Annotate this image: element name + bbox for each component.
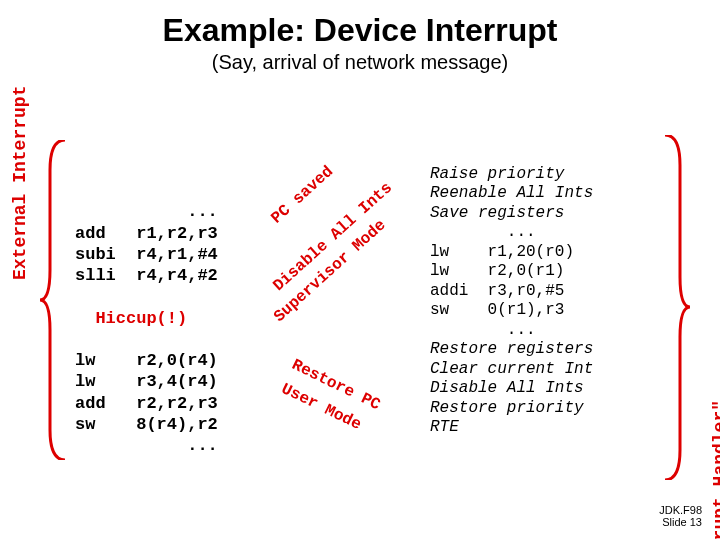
slide-footer: JDK.F98 Slide 13 xyxy=(659,504,702,528)
left-brace xyxy=(40,140,70,460)
footer-course: JDK.F98 xyxy=(659,504,702,516)
pc-saved-label: PC saved xyxy=(268,163,337,228)
handler-body: ... lw r1,20(r0) lw r2,0(r1) addi r3,r0,… xyxy=(430,223,574,339)
right-brace xyxy=(660,135,690,480)
interrupted-code: ... add r1,r2,r3 subi r4,r1,#4 slli r4,r… xyxy=(75,180,218,456)
external-interrupt-label: External Interrupt xyxy=(10,86,30,280)
interrupt-handler-label: "Interrupt Handler" xyxy=(710,400,720,540)
handler-code: Raise priority Reenable All Ints Save re… xyxy=(430,145,593,438)
footer-slide-num: Slide 13 xyxy=(659,516,702,528)
code-block-1: ... add r1,r2,r3 subi r4,r1,#4 slli r4,r… xyxy=(75,202,218,285)
handler-prolog: Raise priority Reenable All Ints Save re… xyxy=(430,165,593,222)
slide-subtitle: (Say, arrival of network message) xyxy=(0,51,720,74)
handler-epilog: Restore registers Clear current Int Disa… xyxy=(430,340,593,436)
code-block-2: lw r2,0(r4) lw r3,4(r4) add r2,r2,r3 sw … xyxy=(75,351,218,455)
slide-title: Example: Device Interrupt xyxy=(0,12,720,49)
hiccup-label: Hiccup(!) xyxy=(75,309,187,328)
